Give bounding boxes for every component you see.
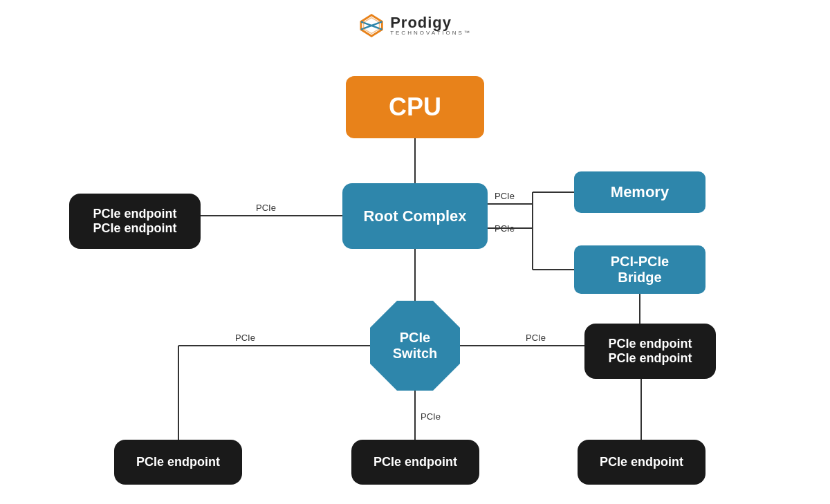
logo-area: Prodigy TECHNOVATIONS™	[358, 12, 472, 39]
pcie-switch-node: PCIe Switch	[370, 301, 460, 391]
endpoint-bot-right-node: PCIe endpoint	[578, 440, 706, 485]
cpu-node: CPU	[346, 76, 484, 138]
endpoint-bot-mid-label: PCIe endpoint	[374, 455, 457, 469]
logo-technovations: TECHNOVATIONS™	[390, 30, 472, 36]
endpoint-bridge-label: PCIe endpoint PCIe endpoint	[609, 337, 692, 366]
endpoint-bridge-node: PCIe endpoint PCIe endpoint	[584, 324, 716, 379]
root-complex-node: Root Complex	[342, 183, 488, 249]
endpoint-bot-left-label: PCIe endpoint	[136, 455, 220, 469]
label-pcie-bot-right: PCIe	[526, 333, 546, 343]
endpoint-left-node: PCIe endpoint PCIe endpoint	[69, 194, 201, 249]
pcie-switch-label: PCIe Switch	[393, 330, 437, 362]
endpoint-bot-right-label: PCIe endpoint	[600, 455, 683, 469]
pci-bridge-label: PCI-PCIe Bridge	[611, 254, 669, 286]
memory-label: Memory	[611, 183, 669, 201]
logo-prodigy: Prodigy	[390, 15, 472, 30]
root-complex-label: Root Complex	[363, 207, 466, 225]
endpoint-left-label: PCIe endpoint PCIe endpoint	[93, 207, 177, 236]
cpu-label: CPU	[389, 93, 441, 122]
label-pcie-bot-mid: PCIe	[421, 411, 441, 422]
logo-text: Prodigy TECHNOVATIONS™	[390, 15, 472, 36]
endpoint-bot-left-node: PCIe endpoint	[114, 440, 242, 485]
label-pcie-bot-left: PCIe	[235, 333, 255, 343]
label-pcie-memory: PCIe	[495, 191, 515, 201]
memory-node: Memory	[574, 171, 706, 213]
diagram-container: Prodigy TECHNOVATIONS™ PCIe PCIe PCIe PC…	[0, 0, 830, 504]
label-pcie-bridge-rc: PCIe	[495, 223, 515, 234]
label-pcie-left: PCIe	[256, 203, 276, 213]
pci-bridge-node: PCI-PCIe Bridge	[574, 245, 706, 294]
endpoint-bot-mid-node: PCIe endpoint	[351, 440, 479, 485]
logo-icon	[358, 12, 385, 39]
